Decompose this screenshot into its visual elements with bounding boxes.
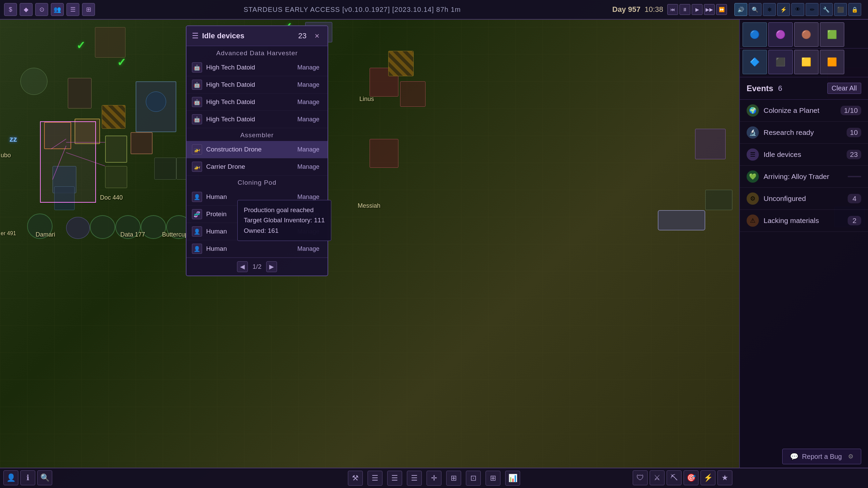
event-colonize[interactable]: 🌍 Colonize a Planet 1/10: [740, 100, 868, 122]
rr-icon-2[interactable]: 🟣: [768, 22, 793, 47]
device-name-human3: Human: [206, 245, 295, 252]
device-row-construction-drone[interactable]: 🚁 Construction Drone Manage: [186, 141, 328, 158]
star-icon[interactable]: ★: [717, 470, 732, 485]
res-icon-1[interactable]: 🔊: [734, 3, 747, 16]
icon-target[interactable]: ⊙: [35, 3, 48, 16]
toolbar-icon-9[interactable]: 📊: [505, 471, 520, 486]
manage-btn-human3[interactable]: Manage: [295, 245, 322, 253]
res-icon-2[interactable]: 🔍: [749, 3, 762, 16]
protein-icon: 🧬: [192, 209, 202, 219]
event-count-trader: [848, 176, 861, 177]
res-icon-7[interactable]: 🔧: [820, 3, 833, 16]
top-bar: $ ◆ ⊙ 👥 ☰ ⊞ STARDEUS EARLY ACCESS [v0.10…: [0, 0, 868, 20]
icon-money[interactable]: $: [4, 3, 17, 16]
shield-icon[interactable]: 🛡: [633, 470, 648, 485]
rr-icon-6[interactable]: ⬛: [768, 50, 793, 74]
icon-diamond[interactable]: ◆: [20, 3, 33, 16]
rr-icon-8[interactable]: 🟧: [820, 50, 844, 74]
pick-icon[interactable]: ⛏: [667, 470, 682, 485]
play-pause[interactable]: ⏸: [679, 4, 690, 15]
item-floor4: [154, 158, 176, 180]
event-trader[interactable]: 💚 Arriving: Alloy Trader: [740, 166, 868, 188]
datoid-icon4: 🤖: [192, 114, 202, 124]
game-unit3: [90, 215, 115, 239]
game-unit: [27, 214, 53, 239]
toolbar-icon-4[interactable]: ☰: [407, 471, 422, 486]
res-icon-3[interactable]: ❄: [763, 3, 776, 16]
toolbar-icon-5[interactable]: ✛: [427, 471, 441, 486]
res-icon-6[interactable]: ✏: [806, 3, 818, 16]
res-icon-4[interactable]: ⚡: [777, 3, 790, 16]
manage-btn-datoid2[interactable]: Manage: [295, 81, 322, 89]
device-row-datoid2[interactable]: 🤖 High Tech Datoid Manage: [186, 76, 328, 94]
event-lacking[interactable]: ⚠ Lacking materials 2: [740, 210, 868, 232]
rr-icon-7[interactable]: 🟨: [794, 50, 818, 74]
item-warning-stripe2: [388, 51, 414, 76]
event-count-unconf: 4: [848, 194, 861, 203]
bottom-toolbar: ⚒ ☰ ☰ ☰ ✛ ⊞ ⊡ ⊞ 📊 🛡 ⚔ ⛏ 🎯 ⚡ ★ 👤 ℹ 🔍: [0, 468, 868, 488]
idle-header-right: 23 ×: [298, 31, 322, 41]
next-page-button[interactable]: ▶: [266, 261, 277, 272]
device-row-datoid4[interactable]: 🤖 High Tech Datoid Manage: [186, 111, 328, 128]
production-tooltip: Production goal reached Target Global In…: [237, 200, 331, 241]
res-icon-8[interactable]: ⬛: [834, 3, 847, 16]
idle-panel-close-button[interactable]: ×: [312, 31, 322, 41]
manage-btn-datoid3[interactable]: Manage: [295, 98, 322, 106]
events-count: 6: [778, 84, 782, 93]
event-research[interactable]: 🔬 Research ready 10: [740, 122, 868, 144]
device-row-datoid3[interactable]: 🤖 High Tech Datoid Manage: [186, 94, 328, 111]
rr-icon-1[interactable]: 🔵: [743, 22, 767, 47]
datoid-icon3: 🤖: [192, 97, 202, 107]
icon-list[interactable]: ☰: [66, 3, 79, 16]
idle-panel-header: ☰ Idle devices 23 ×: [186, 26, 328, 46]
device-row-carrier-drone[interactable]: 🚁 Carrier Drone Manage: [186, 158, 328, 176]
play-faster[interactable]: ⏩: [716, 4, 727, 15]
manage-btn-carrier-drone[interactable]: Manage: [295, 163, 322, 171]
play-fast[interactable]: ▶▶: [704, 4, 715, 15]
manage-btn-datoid4[interactable]: Manage: [295, 115, 322, 124]
magnify-icon[interactable]: 🔍: [37, 470, 52, 485]
res-icon-9[interactable]: 🔒: [848, 3, 861, 16]
play-controls: ⏮ ⏸ ▶ ▶▶ ⏩: [667, 4, 727, 15]
prev-page-button[interactable]: ◀: [237, 261, 248, 272]
idle-panel-footer: ◀ 1/2 ▶: [186, 258, 328, 276]
device-row-datoid1[interactable]: 🤖 High Tech Datoid Manage: [186, 59, 328, 76]
datoid-icon1: 🤖: [192, 62, 202, 73]
player-icon[interactable]: 👤: [3, 470, 18, 485]
toolbar-icon-3[interactable]: ☰: [387, 471, 402, 486]
green-check3: ✓: [117, 56, 126, 69]
icon-grid[interactable]: ⊞: [82, 3, 95, 16]
item-floor3: [105, 166, 127, 188]
toolbar-icon-1[interactable]: ⚒: [348, 471, 363, 486]
human-icon2: 👤: [192, 226, 202, 237]
target-icon[interactable]: 🎯: [684, 470, 698, 485]
info-icon[interactable]: ℹ: [20, 470, 35, 485]
bottom-right-icons: 🛡 ⚔ ⛏ 🎯 ⚡ ★: [633, 470, 732, 485]
rr-icon-3[interactable]: 🟤: [794, 22, 818, 47]
rr-icon-4[interactable]: 🟩: [820, 22, 844, 47]
sword-icon[interactable]: ⚔: [650, 470, 665, 485]
manage-btn-construction-drone[interactable]: Manage: [295, 145, 322, 154]
play-rewind[interactable]: ⏮: [667, 4, 678, 15]
toolbar-icon-8[interactable]: ⊞: [486, 471, 500, 486]
manage-btn-datoid1[interactable]: Manage: [295, 63, 322, 72]
events-header: Events 6 Clear All: [740, 77, 868, 100]
icon-people[interactable]: 👥: [51, 3, 64, 16]
event-idle[interactable]: ☰ Idle devices 23: [740, 144, 868, 166]
game-structure-red2: [370, 139, 398, 168]
event-unconfigured[interactable]: ⚙ Unconfigured 4: [740, 188, 868, 210]
toolbar-icon-7[interactable]: ⊡: [466, 471, 481, 486]
play-play[interactable]: ▶: [692, 4, 703, 15]
clear-all-button[interactable]: Clear All: [827, 83, 861, 94]
report-bug-button[interactable]: 💬 Report a Bug ⚙: [782, 449, 861, 464]
game-structure-red3: [400, 81, 426, 107]
rr-icon-5[interactable]: 🔷: [743, 50, 767, 74]
toolbar-icon-6[interactable]: ⊞: [446, 471, 461, 486]
event-icon-idle: ☰: [747, 148, 759, 161]
toolbar-icon-2[interactable]: ☰: [368, 471, 382, 486]
bottom-left-icons: 👤 ℹ 🔍: [3, 470, 52, 485]
res-icon-5[interactable]: 👁: [791, 3, 804, 16]
event-left-trader: 💚 Arriving: Alloy Trader: [747, 170, 829, 183]
power-icon[interactable]: ⚡: [701, 470, 715, 485]
device-row-human3[interactable]: 👤 Human Manage: [186, 240, 328, 258]
